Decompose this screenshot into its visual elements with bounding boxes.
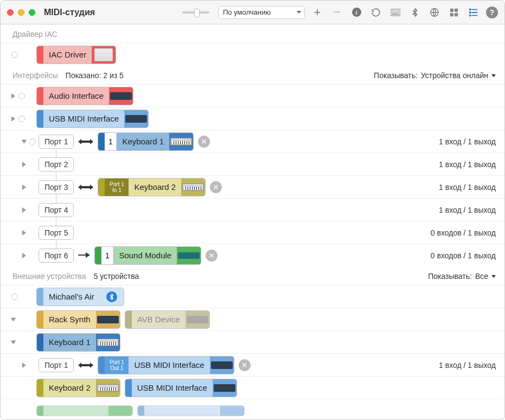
port-2-row[interactable]: Порт 2 1 вход / 1 выход [1, 152, 504, 175]
io-label: 1 вход / 1 выход [439, 137, 496, 146]
svg-rect-6 [398, 10, 399, 11]
keyboard2-ext-chip[interactable]: Keyboard 2 [36, 379, 120, 397]
rack-synth-row[interactable]: Rack Synth AVB Device [1, 308, 504, 330]
bluetooth-button[interactable] [408, 5, 422, 20]
network-button[interactable] [427, 5, 442, 20]
svg-rect-7 [392, 12, 393, 13]
michaels-air-chip[interactable]: Michael's Air [36, 288, 124, 306]
grid-view-button[interactable] [447, 5, 461, 20]
remove-button[interactable]: − [330, 5, 344, 20]
port-3-row[interactable]: Порт 3 Port 1In 1 Keyboard 2 ✕ 1 вход / … [1, 175, 504, 198]
disclosure-icon[interactable] [11, 93, 15, 99]
port-5-row[interactable]: Порт 5 0 входов / 1 выход [1, 221, 504, 244]
info-button[interactable] [349, 5, 363, 20]
port-pill[interactable]: Порт 1 [39, 135, 74, 149]
iac-driver-row[interactable]: IAC Driver [1, 43, 504, 66]
disclosure-icon[interactable] [22, 362, 26, 368]
device-icon [110, 92, 132, 100]
svg-rect-2 [392, 10, 393, 11]
close-button[interactable] [7, 9, 14, 16]
port-pill[interactable]: Порт 1 [39, 358, 74, 372]
keyboard-icon [170, 138, 192, 145]
disclosure-icon[interactable] [22, 207, 26, 213]
keyboard2-ext-row[interactable]: Keyboard 2 USB MIDI Interface [1, 376, 504, 399]
keyboard1-port1-row[interactable]: Порт 1 Port 1Out 1 USB MIDI Interface ✕ … [1, 353, 504, 376]
device-icon [97, 316, 119, 323]
show-dropdown[interactable]: Устройства онлайн [421, 71, 496, 80]
io-label: 1 вход / 1 выход [439, 361, 496, 370]
help-button[interactable]: ? [486, 7, 498, 18]
audio-interface-chip[interactable]: Audio Interface [36, 87, 133, 105]
section-count: Показано: 2 из 5 [66, 71, 124, 80]
io-label: 0 входов / 1 выход [431, 251, 496, 260]
port-6-row[interactable]: Порт 6 1Sound Module ✕ 0 входов / 1 выхо… [1, 244, 504, 266]
status-dot [18, 93, 25, 99]
remove-connection-button[interactable]: ✕ [206, 250, 218, 262]
audio-interface-row[interactable]: Audio Interface [1, 84, 504, 107]
remove-connection-button[interactable]: ✕ [198, 136, 210, 148]
bidir-arrow-icon [78, 361, 93, 369]
disclosure-icon[interactable] [11, 340, 16, 344]
svg-rect-9 [395, 12, 396, 13]
rack-synth-chip[interactable]: Rack Synth [36, 310, 120, 329]
port-pill[interactable]: Порт 2 [39, 157, 74, 171]
remove-connection-button[interactable]: ✕ [239, 359, 251, 371]
disclosure-icon[interactable] [11, 116, 15, 122]
zoom-button[interactable] [29, 9, 35, 16]
status-dot [29, 138, 36, 145]
port-pill[interactable]: Порт 3 [39, 180, 74, 194]
disclosure-icon[interactable] [22, 230, 26, 236]
port-pill[interactable]: Порт 5 [39, 226, 74, 240]
disclosure-icon[interactable] [22, 253, 26, 258]
keyboard-icon [97, 339, 119, 346]
keyboard-button[interactable] [388, 5, 402, 20]
port-4-row[interactable]: Порт 4 1 вход / 1 выход [1, 198, 504, 221]
port-1-row[interactable]: Порт 1 1Keyboard 1 ✕ 1 вход / 1 выход [1, 130, 504, 152]
svg-rect-15 [450, 12, 453, 16]
disclosure-icon[interactable] [22, 139, 27, 143]
config-dropdown[interactable]: По умолчанию [218, 6, 305, 19]
io-label: 1 вход / 1 выход [439, 160, 496, 169]
show-label: Показывать: [428, 272, 472, 281]
device-chip[interactable] [36, 405, 133, 416]
iac-icon [94, 48, 113, 61]
disclosure-icon[interactable] [22, 184, 26, 190]
arrow-right-icon [78, 251, 90, 260]
app-window: MIDI-студия По умолчанию + − ? Драйвер I… [0, 0, 505, 420]
status-dot [11, 294, 18, 300]
port-pill[interactable]: Порт 6 [39, 249, 74, 263]
port-pill[interactable]: Порт 4 [39, 203, 74, 217]
device-icon [214, 384, 235, 392]
disclosure-icon[interactable] [11, 317, 16, 321]
svg-rect-11 [398, 12, 399, 13]
window-title: MIDI-студия [44, 8, 95, 17]
list-view-button[interactable] [466, 5, 481, 20]
iac-driver-chip[interactable]: IAC Driver [36, 46, 116, 64]
usb-midi-row[interactable]: USB MIDI Interface [1, 107, 504, 130]
overflow-row[interactable] [1, 399, 504, 419]
keyboard1-chip[interactable]: 1Keyboard 1 [98, 132, 194, 151]
minimize-button[interactable] [18, 9, 24, 16]
keyboard-icon [97, 384, 119, 392]
usb-midi-chip[interactable]: Port 1Out 1 USB MIDI Interface [98, 356, 234, 374]
svg-rect-16 [455, 12, 458, 16]
remove-connection-button[interactable]: ✕ [210, 181, 222, 193]
section-label: Интерфейсы [12, 71, 58, 80]
device-icon [211, 361, 233, 369]
svg-rect-10 [397, 12, 398, 13]
avb-device-chip[interactable]: AVB Device [125, 310, 210, 329]
keyboard1-ext-row[interactable]: Keyboard 1 [1, 330, 504, 353]
show-dropdown[interactable]: Все [475, 272, 496, 281]
rescan-button[interactable] [369, 5, 383, 20]
add-button[interactable]: + [310, 5, 324, 20]
usb-midi-chip[interactable]: USB MIDI Interface [36, 110, 149, 128]
icon-size-slider[interactable] [182, 11, 209, 14]
usb-midi-chip[interactable]: USB MIDI Interface [125, 379, 237, 397]
sound-module-chip[interactable]: 1Sound Module [94, 246, 201, 265]
keyboard2-chip[interactable]: Port 1In 1 Keyboard 2 [98, 178, 206, 196]
device-chip[interactable] [137, 405, 245, 416]
michaels-air-row[interactable]: Michael's Air [1, 285, 504, 308]
disclosure-icon[interactable] [22, 162, 26, 167]
show-label: Показывать: [374, 71, 418, 80]
keyboard1-ext-chip[interactable]: Keyboard 1 [36, 333, 120, 352]
